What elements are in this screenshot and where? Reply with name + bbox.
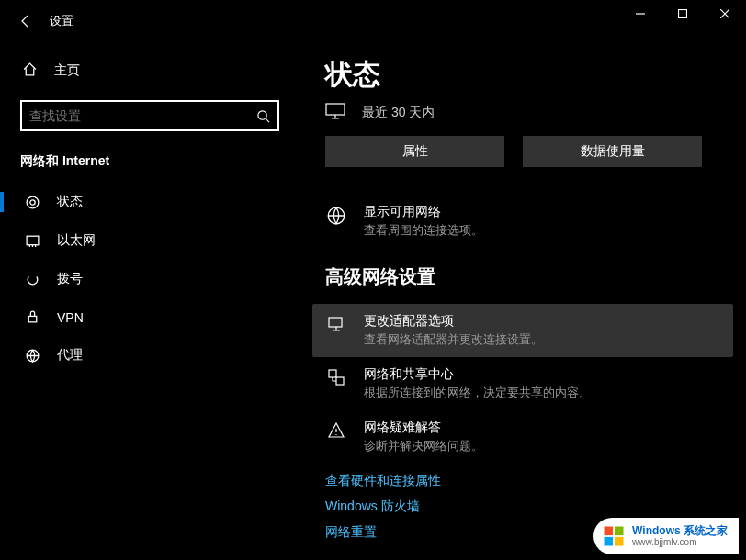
show-networks-item[interactable]: 显示可用网络 查看周围的连接选项。 [325, 195, 720, 248]
monitor-icon [325, 103, 345, 123]
item-title: 网络和共享中心 [364, 366, 720, 383]
svg-rect-0 [679, 10, 687, 18]
svg-rect-14 [605, 537, 614, 546]
svg-rect-13 [615, 527, 624, 536]
svg-rect-10 [329, 370, 336, 377]
search-container [0, 89, 300, 144]
svg-point-2 [27, 196, 39, 208]
sidebar-item-label: 以太网 [57, 232, 96, 249]
arrow-left-icon [18, 14, 33, 28]
close-icon [720, 9, 729, 18]
maximize-icon [678, 9, 687, 18]
item-title: 显示可用网络 [364, 204, 720, 220]
sharing-icon [325, 368, 347, 386]
item-desc: 诊断并解决网络问题。 [364, 438, 720, 454]
hardware-properties-link[interactable]: 查看硬件和连接属性 [325, 473, 720, 489]
adapter-icon [325, 315, 347, 333]
sidebar-section-title: 网络和 Internet [0, 144, 300, 183]
sidebar-item-label: 代理 [57, 347, 83, 364]
home-icon [22, 62, 38, 80]
item-title: 网络疑难解答 [364, 420, 720, 436]
globe-icon [325, 206, 347, 226]
sidebar-item-vpn[interactable]: VPN [0, 298, 300, 336]
sidebar-item-label: 拨号 [57, 271, 83, 287]
close-button[interactable] [704, 0, 746, 28]
home-label: 主页 [54, 62, 80, 79]
watermark: Windows 系统之家 www.bjjmlv.com [593, 518, 739, 554]
back-button[interactable] [4, 0, 48, 41]
sidebar-item-dialup[interactable]: 拨号 [0, 260, 300, 298]
dialup-icon [22, 272, 42, 287]
data-usage-button[interactable]: 数据使用量 [523, 136, 702, 167]
svg-rect-4 [27, 236, 39, 245]
sidebar-item-status[interactable]: 状态 [0, 183, 300, 221]
svg-rect-5 [28, 316, 37, 321]
svg-rect-7 [326, 104, 345, 115]
status-row: 最近 30 天内 [325, 103, 720, 123]
sidebar-item-ethernet[interactable]: 以太网 [0, 221, 300, 260]
svg-point-1 [258, 110, 266, 118]
svg-rect-9 [329, 318, 342, 327]
watermark-title: Windows 系统之家 [632, 525, 728, 537]
home-nav-item[interactable]: 主页 [0, 52, 300, 89]
button-row: 属性 数据使用量 [325, 136, 720, 167]
minimize-button[interactable] [619, 0, 661, 28]
item-desc: 查看网络适配器并更改连接设置。 [364, 331, 720, 348]
recent-text: 最近 30 天内 [362, 105, 435, 121]
search-box[interactable] [20, 100, 279, 131]
maximize-button[interactable] [661, 0, 704, 28]
window-controls [619, 0, 746, 28]
page-title: 状态 [325, 56, 720, 94]
warning-icon [325, 421, 347, 440]
watermark-url: www.bjjmlv.com [632, 537, 728, 547]
sidebar-item-label: 状态 [57, 194, 83, 210]
item-desc: 查看周围的连接选项。 [364, 222, 720, 239]
svg-rect-11 [336, 377, 344, 385]
ethernet-icon [22, 233, 42, 249]
main-content: 状态 最近 30 天内 属性 数据使用量 显示可用网络 查看周围的连接选项。 高… [300, 41, 746, 560]
firewall-link[interactable]: Windows 防火墙 [325, 498, 720, 515]
svg-rect-12 [605, 527, 614, 536]
proxy-icon [22, 348, 42, 364]
advanced-heading: 高级网络设置 [325, 264, 720, 289]
item-desc: 根据所连接到的网络，决定要共享的内容。 [364, 385, 720, 401]
sharing-center-item[interactable]: 网络和共享中心 根据所连接到的网络，决定要共享的内容。 [325, 357, 720, 410]
adapter-options-item[interactable]: 更改适配器选项 查看网络适配器并更改连接设置。 [312, 304, 733, 357]
windows-logo-icon [601, 523, 627, 549]
minimize-icon [636, 9, 645, 18]
properties-button[interactable]: 属性 [325, 136, 504, 167]
status-icon [22, 195, 42, 210]
sidebar-item-label: VPN [57, 310, 84, 325]
vpn-icon [22, 309, 42, 325]
svg-rect-15 [615, 537, 624, 546]
svg-point-3 [29, 199, 34, 204]
item-title: 更改适配器选项 [364, 313, 720, 330]
sidebar: 主页 网络和 Internet 状态 以太网 拨号 VPN 代理 [0, 41, 300, 560]
titlebar: 设置 [0, 0, 746, 41]
search-input[interactable] [29, 108, 256, 123]
search-icon [256, 109, 270, 123]
troubleshoot-item[interactable]: 网络疑难解答 诊断并解决网络问题。 [325, 410, 720, 464]
sidebar-item-proxy[interactable]: 代理 [0, 336, 300, 375]
window-title: 设置 [50, 13, 73, 29]
